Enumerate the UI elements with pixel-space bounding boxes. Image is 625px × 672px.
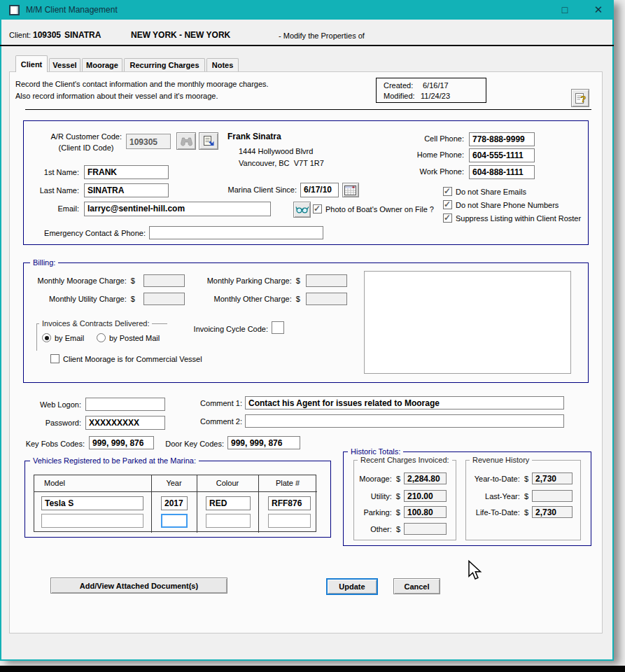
window-title: M/M Client Management	[26, 5, 118, 15]
client-display-name: Frank Sinatra	[227, 132, 281, 141]
window-left-border	[0, 20, 1, 661]
help-icon: ?	[575, 92, 587, 105]
commercial-vessel-checkbox[interactable]	[50, 354, 59, 363]
suppress-listing-checkbox[interactable]	[443, 214, 452, 223]
vehicles-table: Model Year Colour Plate # Tesla S 2017 R…	[34, 475, 316, 532]
recent-charges-label: Recent Charges Invoiced:	[358, 456, 452, 464]
invoicing-cycle-field[interactable]	[272, 321, 284, 334]
first-name-label: 1st Name:	[26, 168, 79, 176]
recent-moorage-field: 2,284.80	[404, 472, 447, 484]
recent-utility-field: 210.00	[404, 490, 447, 502]
help-button[interactable]: ?	[571, 89, 589, 107]
vehicle-plate-field-1[interactable]: RFF876	[268, 496, 311, 510]
invoicing-cycle-label: Invoicing Cycle Code:	[190, 325, 268, 333]
calendar-button[interactable]	[342, 183, 359, 197]
ltd-label: Life-To-Date: $	[468, 508, 528, 517]
tab-client-label: Client	[21, 60, 43, 69]
password-label: Password:	[28, 419, 81, 427]
created-label: Created:	[384, 81, 413, 90]
suppress-listing-label: Suppress Listing within Client Roster	[456, 214, 581, 223]
last-name-field[interactable]: SINATRA	[84, 183, 169, 197]
vehicle-model-field-2[interactable]	[41, 514, 143, 528]
vehicles-col-year: Year	[151, 479, 197, 487]
commercial-vessel-label: Client Moorage is for Commercial Vessel	[63, 355, 202, 363]
home-phone-field[interactable]: 604-555-1111	[469, 148, 535, 162]
close-button[interactable]: ✕	[587, 0, 610, 20]
tab-notes-label: Notes	[212, 61, 234, 69]
monthly-moorage-field[interactable]	[143, 274, 185, 287]
work-phone-field[interactable]: 604-888-1111	[469, 165, 535, 179]
delivery-group-label: Invoices & Contracts Delivered:	[39, 319, 152, 328]
maximize-button[interactable]: □	[553, 0, 577, 20]
monthly-moorage-label: Monthly Moorage Charge: $	[37, 276, 135, 285]
photo-on-file-checkbox[interactable]	[313, 204, 322, 214]
cancel-button[interactable]: Cancel	[393, 578, 440, 594]
key-fobs-field[interactable]: 999, 999, 876	[89, 436, 154, 449]
ar-code-label: A/R Customer Code:	[43, 132, 122, 141]
update-button[interactable]: Update	[326, 578, 378, 595]
recent-parking-label: Parking: $	[349, 508, 400, 517]
monthly-utility-field[interactable]	[143, 293, 185, 305]
comment2-label: Comment 2:	[196, 417, 242, 426]
ar-code-sublabel: (Client ID Code)	[50, 144, 122, 152]
view-email-button[interactable]	[293, 202, 311, 218]
vehicle-colour-field-1[interactable]: RED	[206, 496, 251, 510]
monthly-other-field[interactable]	[306, 293, 347, 305]
cell-phone-field[interactable]: 778-888-9999	[469, 132, 535, 146]
radio-by-email[interactable]	[42, 333, 51, 342]
close-icon: ✕	[594, 4, 603, 16]
do-not-share-emails-checkbox[interactable]	[443, 187, 452, 196]
tab-recurring-charges[interactable]: Recurring Charges	[124, 58, 205, 71]
tab-recurring-charges-label: Recurring Charges	[129, 61, 199, 69]
header-client-surname: SINATRA	[64, 30, 101, 40]
intro-line1: Record the Client's contact information …	[15, 80, 269, 88]
tab-vessel[interactable]: Vessel	[49, 58, 80, 71]
add-view-documents-label: Add/View Attached Document(s)	[80, 582, 198, 590]
monthly-parking-field[interactable]	[306, 274, 347, 287]
radio-by-email-label: by Email	[55, 334, 84, 342]
monthly-other-label: Monthly Other Charge: $	[202, 295, 300, 303]
window-right-border	[612, 20, 614, 661]
password-field[interactable]: XXXXXXXXX	[85, 416, 165, 430]
tab-notes[interactable]: Notes	[206, 58, 239, 71]
title-bar: M/M Client Management □ ✕	[0, 0, 614, 20]
add-view-documents-button[interactable]: Add/View Attached Document(s)	[50, 578, 227, 594]
vehicle-year-field-2[interactable]	[161, 514, 188, 528]
vehicles-col-model: Model	[44, 479, 65, 487]
last-year-field	[532, 490, 573, 502]
do-not-share-phones-checkbox[interactable]	[443, 200, 452, 209]
do-not-share-emails-label: Do not Share Emails	[456, 188, 526, 196]
comment1-field[interactable]: Contact his Agent for issues related to …	[245, 396, 564, 410]
window-bottom-border	[0, 659, 614, 661]
vehicle-colour-field-2[interactable]	[206, 514, 251, 528]
tab-vessel-label: Vessel	[52, 61, 76, 69]
vehicle-plate-field-2[interactable]	[268, 514, 311, 528]
search-client-button[interactable]	[176, 132, 196, 150]
email-field[interactable]: larryc@sentinel-hill.com	[84, 202, 271, 216]
first-name-field[interactable]: FRANK	[84, 165, 169, 179]
edit-notes-button[interactable]	[199, 132, 218, 150]
vehicle-year-field-1[interactable]: 2017	[161, 496, 188, 510]
vehicles-header-divider	[34, 491, 317, 492]
email-label: Email:	[26, 204, 79, 213]
modified-value: 11/24/23	[421, 92, 450, 100]
emergency-field[interactable]	[149, 226, 323, 239]
ar-code-field[interactable]: 109305	[126, 134, 171, 149]
web-logon-field[interactable]	[85, 398, 165, 411]
tab-moorage[interactable]: Moorage	[82, 58, 122, 71]
header-separator	[0, 45, 614, 46]
billing-notes-listbox[interactable]	[364, 271, 571, 374]
intro-divider	[25, 109, 591, 110]
calendar-icon	[344, 185, 357, 196]
tab-client[interactable]: Client	[15, 55, 48, 72]
vehicle-model-field-1[interactable]: Tesla S	[41, 496, 143, 510]
door-keys-field[interactable]: 999, 999, 876	[227, 436, 300, 449]
monthly-parking-label: Monthly Parking Charge: $	[202, 276, 300, 285]
radio-by-posted-mail[interactable]	[97, 333, 106, 342]
modified-label: Modified:	[384, 92, 415, 100]
vehicles-col-plate: Plate #	[258, 479, 317, 487]
recent-utility-label: Utility: $	[349, 492, 400, 500]
maximize-icon: □	[562, 4, 568, 15]
client-since-field[interactable]: 6/17/10	[300, 183, 339, 197]
comment2-field[interactable]	[245, 414, 564, 428]
